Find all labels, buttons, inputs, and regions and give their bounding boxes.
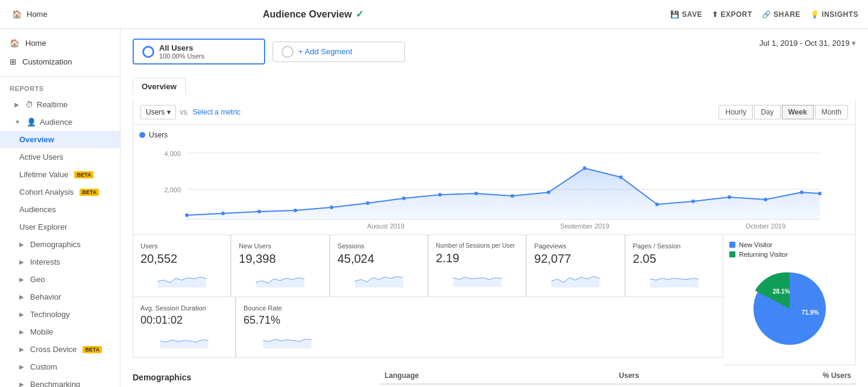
all-users-segment[interactable]: All Users 100.00% Users <box>133 39 265 64</box>
sidebar: 🏠 Home ⊞ Customization REPORTS ▶ ⏱ Realt… <box>0 29 121 387</box>
segment-sub: 100.00% Users <box>159 52 204 60</box>
insights-icon: 💡 <box>810 10 820 19</box>
sidebar-item-user-explorer[interactable]: User Explorer <box>0 218 120 236</box>
sidebar-item-audience[interactable]: ▼ 👤 Audience <box>0 113 120 131</box>
metric-new-users: New Users 19,398 <box>231 235 329 297</box>
svg-point-22 <box>764 198 767 201</box>
metric-sessions-per-user: Number of Sessions per User 2.19 <box>428 235 526 297</box>
lang-cell[interactable]: en-gb <box>395 384 527 387</box>
segment-bar: All Users 100.00% Users + Add Segment <box>133 39 405 64</box>
week-button[interactable]: Week <box>782 105 814 119</box>
chart-area: Users 4,000 2,000 <box>133 125 856 235</box>
svg-marker-32 <box>552 277 600 288</box>
expand-icon: ▶ <box>19 276 24 283</box>
main-content: All Users 100.00% Users + Add Segment Ju… <box>121 29 868 387</box>
demographics-left: Demographics Language ▶ Country City Sys… <box>133 368 368 387</box>
svg-point-17 <box>583 166 587 170</box>
topbar-actions: 💾 SAVE ⬆ EXPORT 🔗 SHARE 💡 INSIGHTS <box>670 10 858 19</box>
demographics-title: Demographics <box>133 368 368 387</box>
sidebar-item-technology[interactable]: ▶ Technology <box>0 306 120 323</box>
page-title: Audience Overview ✓ <box>263 8 658 20</box>
svg-point-11 <box>366 201 370 205</box>
add-segment-icon <box>281 46 294 58</box>
pie-chart: 71.9% 28.1% <box>741 260 838 357</box>
bar-cell <box>644 384 716 387</box>
expand-icon: ▶ <box>19 294 24 300</box>
sidebar-item-realtime[interactable]: ▶ ⏱ Realtime <box>0 96 120 113</box>
svg-text:71.9%: 71.9% <box>802 309 819 316</box>
sidebar-customization[interactable]: ⊞ Customization <box>0 52 120 71</box>
hourly-button[interactable]: Hourly <box>719 105 753 119</box>
svg-point-15 <box>511 194 514 198</box>
topbar: 🏠 Home Audience Overview ✓ 💾 SAVE ⬆ EXPO… <box>0 0 868 29</box>
metric-avg-session-duration: Avg. Session Duration 00:01:02 <box>133 297 236 357</box>
expand-icon: ▶ <box>19 381 24 387</box>
time-buttons: Hourly Day Week Month <box>719 105 848 119</box>
day-button[interactable]: Day <box>754 105 780 119</box>
sidebar-item-cross-device[interactable]: ▶ Cross Device BETA <box>0 341 120 358</box>
sidebar-item-audiences[interactable]: Audiences <box>0 201 120 218</box>
svg-marker-35 <box>263 339 312 348</box>
dropdown-arrow-icon: ▾ <box>167 108 171 116</box>
sidebar-item-active-users[interactable]: Active Users <box>0 148 120 166</box>
svg-point-18 <box>619 175 623 179</box>
svg-text:October 2019: October 2019 <box>746 222 786 228</box>
add-segment-button[interactable]: + Add Segment <box>272 42 405 62</box>
month-button[interactable]: Month <box>815 105 848 119</box>
language-col-header: Language <box>380 368 527 384</box>
table-row: 1. en-gb 11,395 55.25% <box>380 384 856 387</box>
svg-text:28.1%: 28.1% <box>773 288 790 295</box>
pct-users-col-header: % Users <box>716 368 856 384</box>
sparkline-users <box>140 269 223 288</box>
svg-marker-5 <box>187 168 820 219</box>
sidebar-item-overview[interactable]: Overview <box>0 131 120 148</box>
svg-point-23 <box>800 190 804 194</box>
svg-point-8 <box>257 210 261 213</box>
metric-pages-per-session: Pages / Session 2.05 <box>625 235 723 297</box>
sidebar-item-demographics[interactable]: ▶ Demographics <box>0 236 120 253</box>
expand-icon: ▶ <box>19 346 24 353</box>
customization-icon: ⊞ <box>10 57 16 66</box>
insights-button[interactable]: 💡 INSIGHTS <box>810 10 858 19</box>
sparkline-pages-per-session <box>633 269 715 288</box>
svg-point-24 <box>818 192 822 195</box>
legend-dot-icon <box>139 132 145 138</box>
save-button[interactable]: 💾 SAVE <box>670 10 702 19</box>
svg-marker-29 <box>256 278 304 288</box>
pie-legend: New Visitor Returning Visitor <box>729 241 788 258</box>
select-metric-link[interactable]: Select a metric <box>193 108 241 116</box>
sidebar-item-mobile[interactable]: ▶ Mobile <box>0 323 120 341</box>
demographics-section: Demographics Language ▶ Country City Sys… <box>133 368 856 387</box>
home-nav[interactable]: 🏠 Home <box>12 10 48 19</box>
sidebar-item-interests[interactable]: ▶ Interests <box>0 253 120 271</box>
share-button[interactable]: 🔗 SHARE <box>762 10 800 19</box>
svg-point-21 <box>728 195 731 199</box>
sidebar-item-benchmarking[interactable]: ▶ Benchmarking <box>0 376 120 387</box>
users-metric-dropdown[interactable]: Users ▾ <box>140 105 176 119</box>
svg-point-12 <box>402 197 406 200</box>
export-button[interactable]: ⬆ EXPORT <box>712 10 752 19</box>
svg-point-9 <box>294 209 297 212</box>
metric-pageviews: Pageviews 92,077 <box>526 235 624 297</box>
sidebar-item-geo[interactable]: ▶ Geo <box>0 271 120 288</box>
date-range-picker[interactable]: Jul 1, 2019 - Oct 31, 2019 ▾ <box>760 39 856 48</box>
svg-marker-30 <box>354 277 403 288</box>
dropdown-arrow-icon: ▾ <box>852 39 856 48</box>
beta-badge: BETA <box>83 346 102 353</box>
svg-point-14 <box>474 192 478 195</box>
svg-text:4,000: 4,000 <box>164 150 181 157</box>
sidebar-item-custom[interactable]: ▶ Custom <box>0 358 120 376</box>
overview-tab[interactable]: Overview <box>133 78 186 95</box>
segment-name: All Users <box>159 43 204 52</box>
expand-icon: ▶ <box>19 363 24 370</box>
sidebar-item-cohort-analysis[interactable]: Cohort Analysis BETA <box>0 183 120 201</box>
metric-selector: Users ▾ vs. Select a metric <box>140 105 241 119</box>
svg-point-10 <box>330 206 333 209</box>
pct-cell: 55.25% <box>716 384 856 387</box>
sidebar-home[interactable]: 🏠 Home <box>0 34 120 52</box>
sidebar-item-behavior[interactable]: ▶ Behavior <box>0 288 120 306</box>
sidebar-item-lifetime-value[interactable]: Lifetime Value BETA <box>0 166 120 183</box>
svg-point-13 <box>438 193 442 197</box>
svg-point-16 <box>547 190 550 194</box>
bar-col-header <box>644 368 716 384</box>
